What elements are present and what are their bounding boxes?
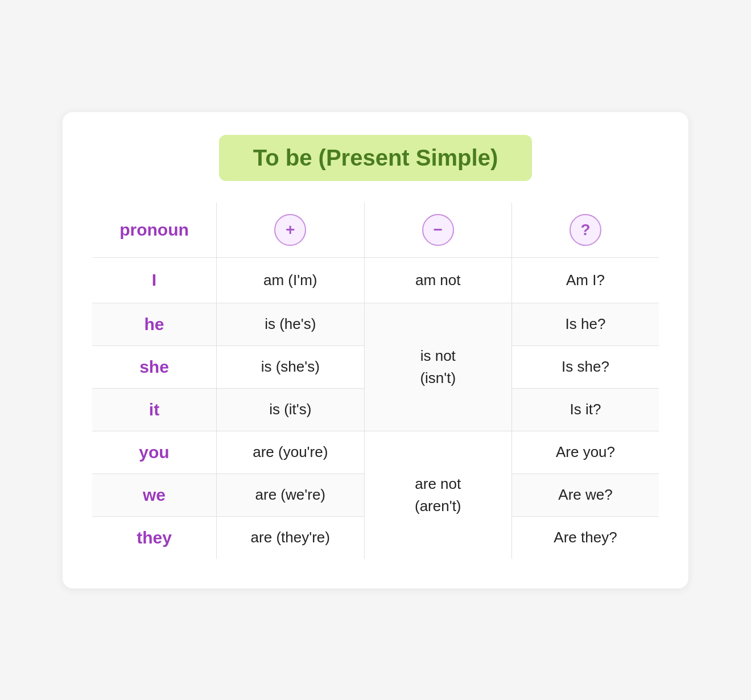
pronoun-cell: she <box>92 345 217 388</box>
pronoun-cell: he <box>92 303 217 345</box>
question-cell: Is she? <box>511 345 659 388</box>
positive-cell: is (she's) <box>217 345 364 388</box>
positive-cell: are (we're) <box>217 473 364 516</box>
question-cell: Is it? <box>511 388 659 431</box>
positive-circle: + <box>274 214 306 246</box>
header-question: ? <box>511 202 659 258</box>
positive-cell: is (it's) <box>217 388 364 431</box>
positive-cell: is (he's) <box>217 303 364 345</box>
table-row: Iam (I'm)am notAm I? <box>92 257 659 303</box>
question-cell: Is he? <box>511 303 659 345</box>
question-circle: ? <box>570 214 601 246</box>
pronoun-cell: we <box>92 473 217 516</box>
positive-cell: am (I'm) <box>217 257 364 303</box>
question-cell: Are you? <box>511 431 659 473</box>
header-negative: − <box>364 202 511 258</box>
question-cell: Am I? <box>511 257 659 303</box>
pronoun-cell: it <box>92 388 217 431</box>
positive-cell: are (you're) <box>217 431 364 473</box>
header-pronoun: pronoun <box>92 202 217 258</box>
pronoun-cell: you <box>92 431 217 473</box>
negative-cell: am not <box>364 257 511 303</box>
page-title: To be (Present Simple) <box>253 145 498 171</box>
negative-cell: are not(aren't) <box>364 431 511 559</box>
negative-cell: is not(isn't) <box>364 303 511 431</box>
table-row: youare (you're)are not(aren't)Are you? <box>92 431 659 473</box>
negative-circle: − <box>422 214 454 246</box>
grammar-table: pronoun + − ? Iam (I'm)am notAm I?heis (… <box>91 201 660 560</box>
question-cell: Are they? <box>511 516 659 559</box>
title-wrapper: To be (Present Simple) <box>91 135 660 181</box>
question-cell: Are we? <box>511 473 659 516</box>
title-badge: To be (Present Simple) <box>219 135 532 181</box>
positive-cell: are (they're) <box>217 516 364 559</box>
header-positive: + <box>217 202 364 258</box>
main-card: To be (Present Simple) pronoun + − ? <box>63 112 688 588</box>
pronoun-cell: they <box>92 516 217 559</box>
pronoun-cell: I <box>92 257 217 303</box>
table-header-row: pronoun + − ? <box>92 202 659 258</box>
table-row: heis (he's)is not(isn't)Is he? <box>92 303 659 345</box>
table-body: Iam (I'm)am notAm I?heis (he's)is not(is… <box>92 257 659 559</box>
